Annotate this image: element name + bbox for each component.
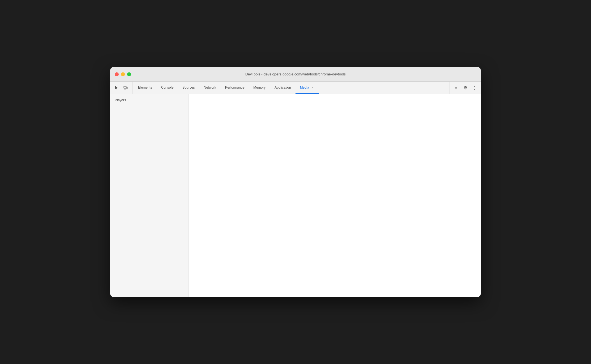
tab-performance[interactable]: Performance — [221, 82, 249, 94]
cursor-tool-button[interactable] — [113, 84, 121, 92]
svg-rect-0 — [124, 86, 126, 88]
maximize-button[interactable] — [127, 72, 131, 76]
close-button[interactable] — [115, 72, 119, 76]
device-icon — [123, 86, 128, 90]
title-bar: DevTools - developers.google.com/web/too… — [110, 67, 481, 82]
device-toggle-button[interactable] — [122, 84, 130, 92]
tabs-right-toolbar: » ⚙ ⋮ — [450, 82, 481, 94]
minimize-button[interactable] — [121, 72, 125, 76]
svg-rect-1 — [126, 87, 128, 88]
more-tabs-button[interactable]: » — [452, 84, 461, 92]
tabs-bar: Elements Console Sources Network Perform… — [110, 82, 481, 94]
content-area: Players — [110, 94, 481, 297]
sidebar: Players — [110, 94, 189, 297]
tab-application[interactable]: Application — [270, 82, 296, 94]
players-label: Players — [115, 98, 126, 102]
cursor-icon — [114, 86, 119, 90]
devtools-window: DevTools - developers.google.com/web/too… — [110, 67, 481, 297]
traffic-lights — [115, 72, 131, 76]
main-panel — [189, 94, 481, 297]
settings-button[interactable]: ⚙ — [461, 84, 469, 92]
tab-media[interactable]: Media × — [296, 82, 319, 94]
toolbar-icons — [113, 82, 132, 94]
tab-elements[interactable]: Elements — [134, 82, 157, 94]
tab-console[interactable]: Console — [157, 82, 178, 94]
tab-memory[interactable]: Memory — [249, 82, 270, 94]
window-title: DevTools - developers.google.com/web/too… — [245, 72, 346, 76]
tab-sources[interactable]: Sources — [178, 82, 199, 94]
tab-media-close[interactable]: × — [311, 86, 315, 89]
tabs-list: Elements Console Sources Network Perform… — [134, 82, 448, 94]
more-options-button[interactable]: ⋮ — [470, 84, 478, 92]
tab-network[interactable]: Network — [199, 82, 221, 94]
